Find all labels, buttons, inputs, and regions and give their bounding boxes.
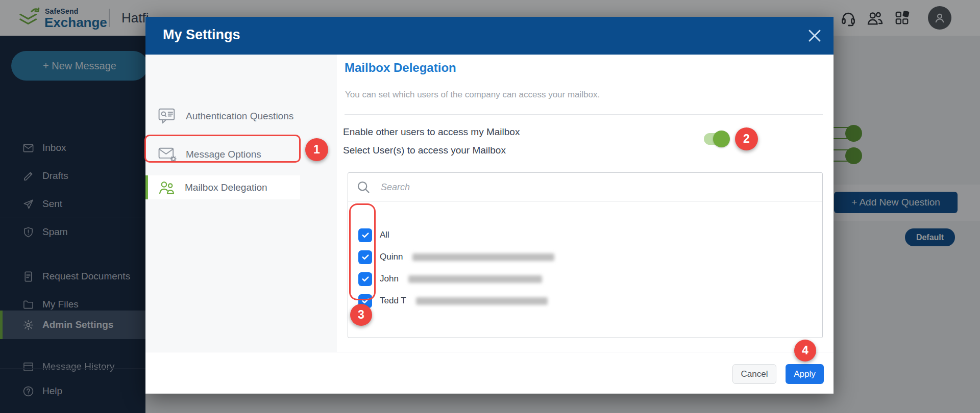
enable-access-toggle[interactable]	[704, 133, 727, 145]
user-row: Quinn	[358, 250, 554, 264]
nav-item-authentication-questions[interactable]: Authentication Questions	[158, 108, 293, 124]
masked-email	[416, 297, 548, 305]
content-description: You can set which users of the company c…	[345, 90, 600, 100]
enable-access-label: Enable other users to access my Mailbox	[343, 126, 520, 138]
user-row: John	[358, 272, 542, 286]
content-divider	[345, 114, 823, 115]
masked-email	[408, 275, 542, 283]
modal-footer: Cancel Apply	[145, 352, 834, 394]
modal-nav-panel: Authentication Questions Message Options	[145, 55, 337, 352]
user-list-panel: All Quinn John Tedd T	[348, 172, 823, 338]
nav-item-label: Mailbox Delegation	[185, 182, 267, 193]
annotation-box-step1	[144, 135, 301, 163]
user-name: John	[380, 274, 399, 284]
app-screen: SafeSend Exchange Hatfi	[0, 0, 980, 413]
cancel-button[interactable]: Cancel	[732, 364, 776, 384]
annotation-box-step3	[349, 203, 376, 300]
apply-button[interactable]: Apply	[786, 364, 824, 384]
search-icon	[356, 179, 371, 195]
modal-title: My Settings	[163, 27, 240, 43]
close-icon[interactable]	[807, 28, 822, 43]
two-users-icon	[158, 180, 176, 195]
user-row: Tedd T	[358, 294, 548, 308]
content-heading: Mailbox Delegation	[345, 61, 456, 75]
annotation-badge-3: 3	[350, 304, 372, 326]
toggle-knob	[713, 131, 730, 147]
user-name: All	[380, 230, 389, 240]
user-name: Quinn	[380, 252, 403, 262]
masked-email	[412, 253, 554, 261]
annotation-badge-1: 1	[305, 138, 328, 161]
nav-item-label: Authentication Questions	[186, 111, 293, 122]
my-settings-modal: My Settings Authentication	[145, 17, 834, 394]
search-input[interactable]	[380, 178, 637, 196]
question-bubble-icon	[158, 108, 177, 124]
search-row	[348, 173, 822, 201]
user-name: Tedd T	[380, 296, 406, 306]
modal-header: My Settings	[145, 17, 834, 55]
nav-item-mailbox-delegation[interactable]: Mailbox Delegation	[158, 180, 267, 195]
select-users-label: Select User(s) to access your Mailbox	[343, 145, 506, 156]
annotation-badge-4: 4	[794, 340, 816, 362]
annotation-badge-2: 2	[735, 127, 758, 150]
